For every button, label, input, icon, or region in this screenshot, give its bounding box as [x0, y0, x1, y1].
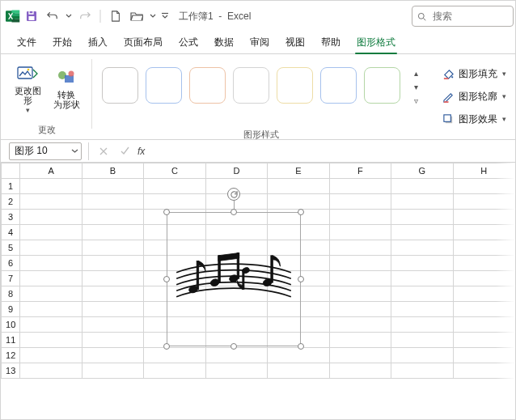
- cell[interactable]: [20, 348, 82, 363]
- cell[interactable]: [453, 363, 514, 379]
- tab-review[interactable]: 审阅: [242, 31, 277, 53]
- tab-insert[interactable]: 插入: [80, 31, 116, 53]
- cell[interactable]: [82, 363, 143, 379]
- cell[interactable]: [329, 256, 391, 271]
- customize-toolbar-button[interactable]: [159, 6, 171, 26]
- select-all-cell[interactable]: [2, 163, 20, 179]
- fx-icon[interactable]: fx: [137, 146, 145, 157]
- cell[interactable]: [391, 194, 453, 210]
- cell[interactable]: [453, 179, 514, 194]
- column-header[interactable]: A: [20, 163, 82, 179]
- cell[interactable]: [144, 348, 205, 363]
- cell[interactable]: [453, 348, 514, 363]
- cell[interactable]: [453, 333, 514, 348]
- cell[interactable]: [82, 225, 143, 240]
- shape-outline-button[interactable]: 图形轮廓 ▾: [439, 87, 510, 106]
- cell[interactable]: [82, 333, 143, 348]
- tab-view[interactable]: 视图: [277, 31, 313, 53]
- cell[interactable]: [82, 210, 143, 225]
- tab-page-layout[interactable]: 页面布局: [116, 31, 171, 53]
- cell[interactable]: [329, 210, 391, 225]
- row-header[interactable]: 12: [2, 348, 20, 363]
- undo-dropdown[interactable]: [64, 6, 74, 26]
- cell[interactable]: [268, 194, 329, 210]
- cell[interactable]: [329, 363, 391, 379]
- cell[interactable]: [20, 194, 82, 210]
- row-header[interactable]: 1: [2, 179, 20, 194]
- cell[interactable]: [453, 317, 514, 333]
- tab-help[interactable]: 帮助: [313, 31, 349, 53]
- selected-shape[interactable]: [167, 212, 301, 346]
- cell[interactable]: [20, 363, 82, 379]
- cell[interactable]: [268, 348, 329, 363]
- column-header[interactable]: H: [453, 163, 514, 179]
- row-header[interactable]: 10: [2, 317, 20, 333]
- cell[interactable]: [329, 317, 391, 333]
- cancel-edit-button[interactable]: [95, 142, 112, 160]
- cell[interactable]: [453, 240, 514, 256]
- cell[interactable]: [391, 179, 453, 194]
- tab-home[interactable]: 开始: [44, 31, 80, 53]
- cell[interactable]: [20, 286, 82, 302]
- row-header[interactable]: 13: [2, 363, 20, 379]
- tab-file[interactable]: 文件: [9, 31, 44, 53]
- shape-fill-button[interactable]: 图形填充 ▾: [439, 64, 510, 83]
- search-input[interactable]: [431, 10, 508, 23]
- cell[interactable]: [205, 363, 267, 379]
- cell[interactable]: [453, 302, 514, 317]
- cell[interactable]: [453, 286, 514, 302]
- cell[interactable]: [391, 317, 453, 333]
- spreadsheet-grid[interactable]: A B C D E F G H 12345678910111213: [1, 163, 515, 419]
- style-preset-1[interactable]: [102, 67, 138, 104]
- row-header[interactable]: 9: [2, 302, 20, 317]
- cell[interactable]: [329, 194, 391, 210]
- style-preset-5[interactable]: [277, 67, 313, 104]
- cell[interactable]: [20, 333, 82, 348]
- cell[interactable]: [82, 240, 143, 256]
- column-header[interactable]: B: [82, 163, 143, 179]
- row-header[interactable]: 5: [2, 240, 20, 256]
- shape-effects-button[interactable]: 图形效果 ▾: [439, 109, 510, 129]
- save-button[interactable]: [22, 6, 41, 26]
- cell[interactable]: [453, 271, 514, 286]
- change-graphic-button[interactable]: 更改图 形 ▾: [11, 59, 44, 117]
- cell[interactable]: [329, 271, 391, 286]
- cell[interactable]: [20, 210, 82, 225]
- cell[interactable]: [453, 194, 514, 210]
- cell[interactable]: [391, 286, 453, 302]
- cell[interactable]: [329, 179, 391, 194]
- cell[interactable]: [453, 225, 514, 240]
- cell[interactable]: [20, 302, 82, 317]
- formula-input[interactable]: [150, 142, 512, 160]
- style-preset-3[interactable]: [189, 67, 226, 104]
- column-header[interactable]: E: [268, 163, 329, 179]
- redo-button[interactable]: [75, 6, 95, 26]
- row-header[interactable]: 2: [2, 194, 20, 210]
- tab-graphics-format[interactable]: 图形格式: [349, 31, 404, 53]
- cell[interactable]: [20, 225, 82, 240]
- open-dropdown[interactable]: [148, 6, 158, 26]
- cell[interactable]: [391, 348, 453, 363]
- cell[interactable]: [20, 179, 82, 194]
- cell[interactable]: [205, 348, 267, 363]
- cell[interactable]: [144, 363, 205, 379]
- column-header[interactable]: D: [205, 163, 267, 179]
- cell[interactable]: [329, 240, 391, 256]
- styles-scroll-up[interactable]: ▴: [410, 67, 423, 78]
- style-preset-4[interactable]: [233, 67, 269, 104]
- cell[interactable]: [82, 317, 143, 333]
- row-header[interactable]: 8: [2, 286, 20, 302]
- styles-gallery-expand[interactable]: ▿: [410, 95, 423, 106]
- tab-data[interactable]: 数据: [206, 31, 242, 53]
- cell[interactable]: [391, 271, 453, 286]
- cell[interactable]: [391, 363, 453, 379]
- cell[interactable]: [82, 194, 143, 210]
- cell[interactable]: [391, 225, 453, 240]
- cell[interactable]: [391, 333, 453, 348]
- row-header[interactable]: 4: [2, 225, 20, 240]
- cell[interactable]: [20, 271, 82, 286]
- cell[interactable]: [144, 179, 205, 194]
- row-header[interactable]: 11: [2, 333, 20, 348]
- style-preset-2[interactable]: [146, 67, 182, 104]
- new-file-button[interactable]: [106, 6, 125, 26]
